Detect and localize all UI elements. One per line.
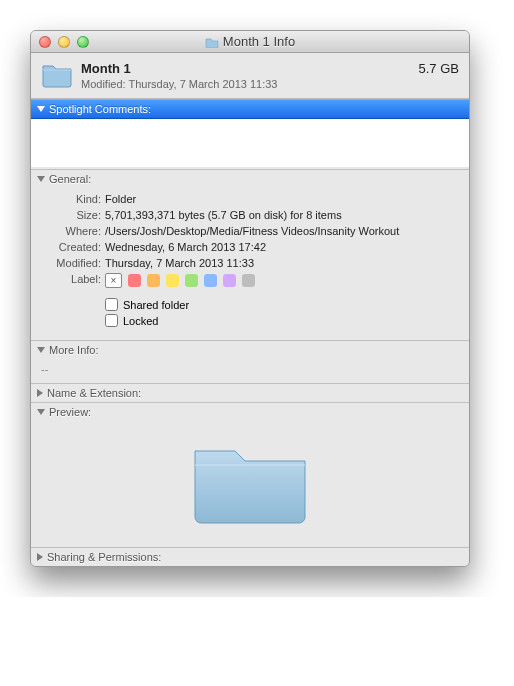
section-header-general[interactable]: General: — [31, 170, 469, 188]
label-purple[interactable] — [223, 274, 236, 287]
shared-folder-row[interactable]: Shared folder — [105, 298, 459, 311]
zoom-icon[interactable] — [77, 36, 89, 48]
folder-icon — [205, 36, 219, 48]
section-title: More Info: — [49, 344, 99, 356]
preview-area — [31, 421, 469, 547]
minimize-icon[interactable] — [58, 36, 70, 48]
where-value: /Users/Josh/Desktop/Media/Fitness Videos… — [105, 224, 459, 239]
info-window: Month 1 Info Month 1 Modified: Thursday,… — [30, 30, 470, 567]
size-label: Size: — [41, 208, 101, 223]
item-size: 5.7 GB — [419, 61, 459, 76]
chevron-right-icon — [37, 553, 43, 561]
label-blue[interactable] — [204, 274, 217, 287]
section-title: General: — [49, 173, 91, 185]
section-header-sharing[interactable]: Sharing & Permissions: — [31, 548, 469, 566]
header: Month 1 Modified: Thursday, 7 March 2013… — [31, 53, 469, 99]
label-clear-button[interactable]: × — [105, 273, 122, 288]
section-nameext: Name & Extension: — [31, 384, 469, 403]
titlebar[interactable]: Month 1 Info — [31, 31, 469, 53]
item-modified: Modified: Thursday, 7 March 2013 11:33 — [81, 78, 419, 90]
chevron-right-icon — [37, 389, 43, 397]
modified-label: Modified: — [41, 256, 101, 271]
created-label: Created: — [41, 240, 101, 255]
label-green[interactable] — [185, 274, 198, 287]
moreinfo-value: -- — [31, 359, 469, 383]
close-icon[interactable] — [39, 36, 51, 48]
chevron-down-icon — [37, 409, 45, 415]
section-general: General: Kind:Folder Size:5,701,393,371 … — [31, 170, 469, 341]
locked-label: Locked — [123, 315, 158, 327]
label-gray[interactable] — [242, 274, 255, 287]
kind-value: Folder — [105, 192, 459, 207]
item-name: Month 1 — [81, 61, 419, 76]
section-header-nameext[interactable]: Name & Extension: — [31, 384, 469, 402]
folder-icon — [185, 431, 315, 531]
label-orange[interactable] — [147, 274, 160, 287]
chevron-down-icon — [37, 106, 45, 112]
section-title: Sharing & Permissions: — [47, 551, 161, 563]
folder-icon — [41, 61, 73, 89]
created-value: Wednesday, 6 March 2013 17:42 — [105, 240, 459, 255]
section-header-spotlight[interactable]: Spotlight Comments: — [31, 99, 469, 119]
label-label: Label: — [41, 272, 101, 287]
size-value: 5,701,393,371 bytes (5.7 GB on disk) for… — [105, 208, 459, 223]
locked-row[interactable]: Locked — [105, 314, 459, 327]
where-label: Where: — [41, 224, 101, 239]
locked-checkbox[interactable] — [105, 314, 118, 327]
section-header-moreinfo[interactable]: More Info: — [31, 341, 469, 359]
section-title: Preview: — [49, 406, 91, 418]
section-title: Spotlight Comments: — [49, 103, 151, 115]
label-red[interactable] — [128, 274, 141, 287]
chevron-down-icon — [37, 176, 45, 182]
section-title: Name & Extension: — [47, 387, 141, 399]
section-sharing: Sharing & Permissions: — [31, 548, 469, 566]
spotlight-comments-input[interactable] — [31, 119, 469, 167]
traffic-lights — [39, 36, 89, 48]
section-spotlight: Spotlight Comments: — [31, 99, 469, 170]
modified-value: Thursday, 7 March 2013 11:33 — [105, 256, 459, 271]
window-title: Month 1 Info — [31, 34, 469, 49]
shared-folder-label: Shared folder — [123, 299, 189, 311]
shared-folder-checkbox[interactable] — [105, 298, 118, 311]
label-yellow[interactable] — [166, 274, 179, 287]
section-preview: Preview: — [31, 403, 469, 548]
chevron-down-icon — [37, 347, 45, 353]
section-moreinfo: More Info: -- — [31, 341, 469, 384]
kind-label: Kind: — [41, 192, 101, 207]
section-header-preview[interactable]: Preview: — [31, 403, 469, 421]
